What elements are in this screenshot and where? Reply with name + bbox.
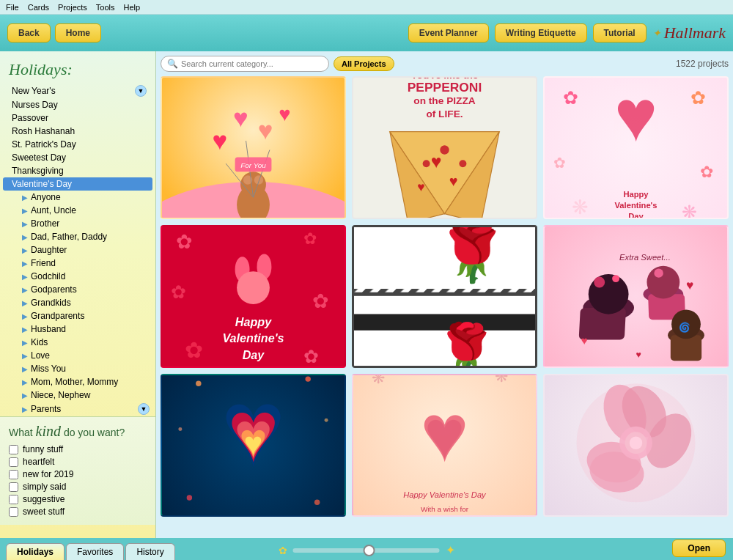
card-svg-6: 🌀 ♥ ♥ ♥ Extra Sweet... [545,225,727,368]
sub-item-friend[interactable]: ▶ Friend [0,257,155,270]
svg-point-72 [612,275,619,282]
card-item-8[interactable]: ♥ ♥ ❋ ❋ Happy Valentine's Day With a wis… [352,374,537,517]
sub-item-mom[interactable]: ▶ Mom, Mother, Mommy [0,375,155,388]
checkbox-funny[interactable]: funny stuff [9,444,147,454]
checkbox-simplysaid-input[interactable] [9,482,18,492]
arrow-icon: ▶ [22,365,28,373]
sub-item-love[interactable]: ▶ Love [0,349,155,362]
sub-item-grandparents[interactable]: ▶ Grandparents [0,309,155,323]
arrow-icon: ▶ [22,259,28,268]
svg-text:Extra Sweet...: Extra Sweet... [619,253,671,262]
checkbox-heartfelt[interactable]: heartfelt [9,457,147,467]
svg-text:Happy: Happy [235,315,272,328]
holiday-item-thanksgiving[interactable]: Thanksgiving [0,164,155,177]
svg-text:Valentine's: Valentine's [222,331,284,345]
tutorial-button[interactable]: Tutorial [593,23,647,43]
back-button[interactable]: Back [7,23,51,43]
holiday-item-stpatricks[interactable]: St. Patrick's Day [0,138,155,151]
menu-projects[interactable]: Projects [58,3,87,12]
tab-holidays[interactable]: Holidays [6,543,65,560]
card-item-4[interactable]: ✿ ✿ ✿ ✿ ✿ ✿ Happy Valentine's Day ✿ [161,225,346,368]
sub-item-niece-nephew[interactable]: ▶ Niece, Nephew [0,388,155,402]
card-item-2[interactable]: You're like the PEPPERONI on the PIZZA o… [352,76,537,219]
svg-text:Happy Valentine's Day: Happy Valentine's Day [403,490,487,499]
card-item-9[interactable] [543,374,729,517]
holiday-item-passover[interactable]: Passover [0,111,155,125]
card-item-1[interactable]: ♥ ♥ ♥ ♥ For You [161,76,346,219]
arrow-icon: ▶ [22,220,28,228]
checkbox-new2019[interactable]: new for 2019 [9,469,147,479]
arrow-icon: ▶ [22,391,28,399]
scroll-track[interactable] [293,548,440,553]
card-item-7[interactable]: ♥ ♥ ♥ ♥ ♥ [161,374,346,517]
arrow-icon: ▶ [22,233,28,241]
sub-item-godchild[interactable]: ▶ Godchild [0,270,155,283]
menu-cards[interactable]: Cards [28,3,49,12]
search-input[interactable] [181,59,320,68]
menu-tools[interactable]: Tools [96,3,115,12]
card-item-6[interactable]: 🌀 ♥ ♥ ♥ Extra Sweet... [543,225,729,368]
sub-item-daughter[interactable]: ▶ Daughter [0,243,155,257]
arrow-icon: ▶ [22,299,28,307]
menu-help[interactable]: Help [124,3,141,12]
svg-text:♥: ♥ [424,397,465,474]
sub-item-husband[interactable]: ▶ Husband [0,323,155,336]
arrow-icon: ▶ [22,405,28,413]
scroll-btn-newyears[interactable]: ▼ [135,85,147,97]
home-button[interactable]: Home [55,23,101,43]
sub-item-godparents[interactable]: ▶ Godparents [0,283,155,296]
holiday-item-nursesday[interactable]: Nurses Day [0,98,155,111]
checkbox-sweetstuff-input[interactable] [9,507,18,517]
cards-grid: ♥ ♥ ♥ ♥ For You You're [161,76,729,517]
scroll-thumb[interactable] [364,545,375,556]
card-item-5[interactable]: 🌹 🌹 [352,225,537,368]
svg-text:❋: ❋ [572,196,589,218]
holiday-item-sweetestday[interactable]: Sweetest Day [0,151,155,164]
sun-icon-left: ✿ [279,545,287,556]
tab-favorites[interactable]: Favorites [66,543,124,560]
svg-text:🌀: 🌀 [679,322,690,334]
main-area: Holidays: New Year's ▼ Nurses Day Passov… [0,51,733,538]
sub-item-brother[interactable]: ▶ Brother [0,217,155,230]
svg-text:Valentine's: Valentine's [614,201,657,210]
tab-history[interactable]: History [125,543,174,560]
checkbox-simplysaid[interactable]: simply said [9,482,147,492]
toolbar: Back Home Event Planner Writing Etiquett… [0,15,733,51]
sub-item-kids[interactable]: ▶ Kids [0,336,155,349]
holiday-item-newyears[interactable]: New Year's ▼ [0,84,155,98]
open-button[interactable]: Open [672,539,726,557]
svg-point-91 [196,381,201,386]
sub-item-missyou[interactable]: ▶ Miss You [0,362,155,375]
svg-point-92 [305,377,310,382]
writing-etiquette-button[interactable]: Writing Etiquette [495,23,587,43]
menu-file[interactable]: File [6,3,19,12]
holiday-item-valentines[interactable]: Valentine's Day [3,177,152,191]
card-item-3[interactable]: ♥ ✿ ✿ ✿ ✿ ❋ ❋ Happy Valentine's Day [543,76,729,219]
svg-point-114 [630,437,642,449]
holiday-item-roshhashanah[interactable]: Rosh Hashanah [0,125,155,138]
checkbox-suggestive[interactable]: suggestive [9,494,147,504]
hallmark-logo: ✦ Hallmark [652,23,726,43]
svg-text:♥: ♥ [614,76,658,156]
sub-item-grandkids[interactable]: ▶ Grandkids [0,296,155,309]
checkbox-funny-input[interactable] [9,445,18,454]
svg-point-96 [314,500,320,505]
svg-point-27 [459,160,466,167]
sub-item-dad[interactable]: ▶ Dad, Father, Daddy [0,230,155,243]
card-svg-1: ♥ ♥ ♥ ♥ For You [162,76,345,219]
checkbox-new2019-input[interactable] [9,470,18,479]
svg-text:♥: ♥ [417,180,424,194]
sub-item-parents[interactable]: ▶ Parents ▼ [0,402,155,416]
sidebar: Holidays: New Year's ▼ Nurses Day Passov… [0,51,156,538]
svg-text:With a wish for: With a wish for [421,505,469,513]
checkbox-heartfelt-input[interactable] [9,457,18,467]
svg-text:✿: ✿ [312,290,329,312]
svg-text:♥: ♥ [686,278,693,292]
sub-item-anyone[interactable]: ▶ Anyone [0,191,155,204]
sub-item-aunt-uncle[interactable]: ▶ Aunt, Uncle [0,204,155,217]
checkbox-suggestive-input[interactable] [9,495,18,504]
scroll-btn-parents[interactable]: ▼ [138,403,150,415]
checkbox-sweetstuff[interactable]: sweet stuff [9,506,147,517]
all-projects-button[interactable]: All Projects [334,56,394,71]
event-planner-button[interactable]: Event Planner [408,23,489,43]
